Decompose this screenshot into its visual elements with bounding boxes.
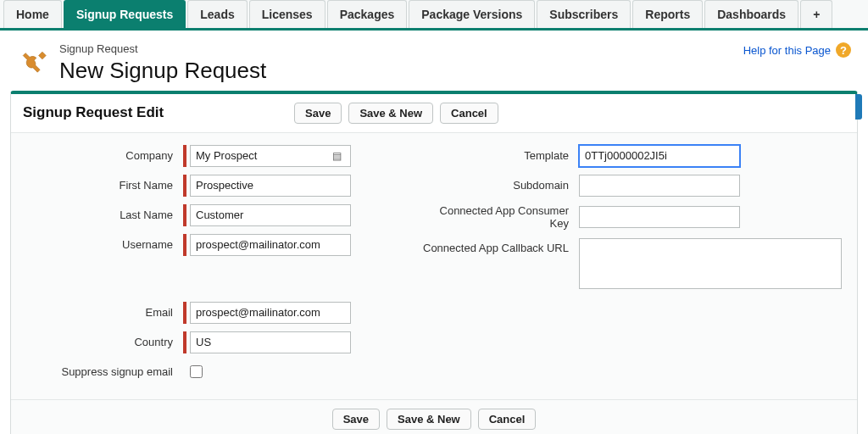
save-and-new-button-bottom[interactable]: Save & New <box>387 409 471 430</box>
panel-header-buttons: Save Save & New Cancel <box>294 103 498 124</box>
panel-title: Signup Request Edit <box>23 104 277 121</box>
country-label: Country <box>26 336 183 349</box>
subdomain-label: Subdomain <box>422 179 579 192</box>
username-label: Username <box>26 238 183 252</box>
tab-subscribers[interactable]: Subscribers <box>537 0 631 28</box>
template-label: Template <box>422 149 579 163</box>
tab-signup-requests[interactable]: Signup Requests <box>64 0 186 28</box>
page-header: Signup Request New Signup Request Help f… <box>0 31 868 91</box>
tab-reports[interactable]: Reports <box>632 0 703 28</box>
email-label: Email <box>26 306 183 320</box>
cancel-button-top[interactable]: Cancel <box>440 103 498 124</box>
tab-bar: Home Signup Requests Leads Licenses Pack… <box>0 0 868 31</box>
suppress-email-checkbox[interactable] <box>190 365 203 378</box>
email-field[interactable] <box>190 302 351 324</box>
wrench-icon <box>17 46 51 80</box>
help-link[interactable]: Help for this Page ? <box>743 42 851 58</box>
left-column: Company ▤ First Name Last Name Username <box>26 145 388 391</box>
suppress-email-label: Suppress signup email <box>26 365 183 379</box>
tab-add[interactable]: + <box>800 0 832 28</box>
tab-package-versions[interactable]: Package Versions <box>409 0 535 28</box>
help-icon: ? <box>836 42 851 58</box>
country-field[interactable] <box>190 331 351 353</box>
callback-url-label: Connected App Callback URL <box>422 238 579 255</box>
save-button-bottom[interactable]: Save <box>332 409 380 430</box>
tab-licenses[interactable]: Licenses <box>249 0 326 28</box>
username-field[interactable] <box>190 234 351 256</box>
required-indicator-icon <box>183 145 186 167</box>
save-button-top[interactable]: Save <box>294 103 342 124</box>
panel-footer: Save Save & New Cancel <box>11 399 857 434</box>
required-indicator-icon <box>183 302 186 324</box>
tab-leads[interactable]: Leads <box>187 0 247 28</box>
first-name-field[interactable] <box>190 175 351 197</box>
help-link-text: Help for this Page <box>743 44 831 57</box>
cancel-button-bottom[interactable]: Cancel <box>478 409 537 430</box>
consumer-key-field[interactable] <box>579 206 740 228</box>
required-indicator-icon <box>183 234 186 256</box>
page-supertitle: Signup Request <box>59 42 266 56</box>
required-indicator-icon <box>183 204 186 226</box>
edit-panel: Signup Request Edit Save Save & New Canc… <box>10 91 858 434</box>
right-column: Template Subdomain Connected App Consume… <box>422 145 842 391</box>
callback-url-field[interactable] <box>579 238 842 289</box>
form-area: Company ▤ First Name Last Name Username <box>11 133 857 399</box>
company-field[interactable] <box>190 145 351 167</box>
last-name-field[interactable] <box>190 204 351 226</box>
tab-dashboards[interactable]: Dashboards <box>704 0 798 28</box>
panel-header: Signup Request Edit Save Save & New Canc… <box>11 94 857 133</box>
consumer-key-label: Connected App Consumer Key <box>422 204 579 231</box>
tab-home[interactable]: Home <box>3 0 62 28</box>
last-name-label: Last Name <box>26 209 183 222</box>
template-field[interactable] <box>579 145 740 167</box>
save-and-new-button-top[interactable]: Save & New <box>348 103 433 124</box>
edge-flag-icon <box>855 94 862 120</box>
subdomain-field[interactable] <box>579 175 740 197</box>
first-name-label: First Name <box>26 179 183 192</box>
page-title: New Signup Request <box>59 58 266 84</box>
tab-packages[interactable]: Packages <box>327 0 408 28</box>
company-label: Company <box>26 149 183 163</box>
required-indicator-icon <box>183 331 186 353</box>
required-indicator-icon <box>183 175 186 197</box>
